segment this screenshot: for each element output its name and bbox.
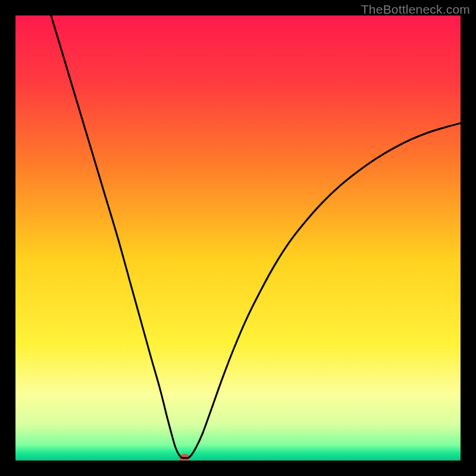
- chart-canvas: [15, 15, 461, 461]
- watermark-text: TheBottleneck.com: [361, 2, 470, 17]
- chart-plot-area: [15, 15, 461, 461]
